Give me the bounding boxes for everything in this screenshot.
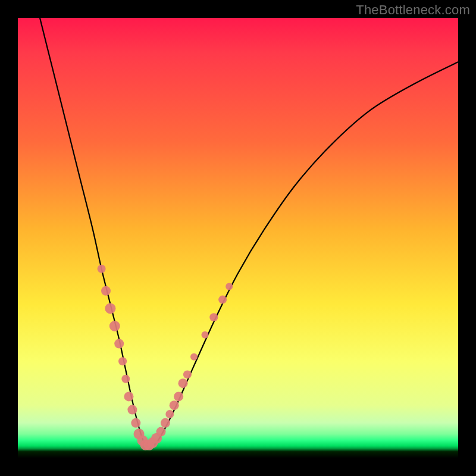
watermark-text: TheBottleneck.com (356, 2, 470, 18)
highlight-dot (174, 392, 183, 401)
highlight-dot (156, 427, 166, 437)
highlight-dot (114, 339, 124, 349)
highlight-dot (98, 265, 106, 273)
highlight-dot (105, 303, 115, 314)
highlight-dot (124, 392, 133, 401)
bottleneck-curve (40, 18, 458, 447)
highlight-dots (98, 265, 233, 450)
highlight-dot (209, 313, 218, 321)
highlight-dot (101, 286, 111, 296)
curve-layer (18, 18, 458, 458)
highlight-dot (218, 296, 227, 304)
highlight-dot (127, 405, 137, 415)
highlight-dot (109, 321, 120, 331)
highlight-dot (165, 410, 174, 418)
highlight-dot (118, 357, 127, 365)
highlight-dot (170, 400, 179, 410)
highlight-dot (121, 375, 130, 383)
highlight-dot (183, 370, 192, 378)
bottleneck-curve-path (40, 18, 458, 447)
chart-frame: TheBottleneck.com (0, 0, 476, 476)
highlight-dot (202, 331, 209, 339)
highlight-dot (226, 283, 233, 290)
highlight-dot (161, 418, 170, 428)
highlight-dot (178, 378, 188, 388)
highlight-dot (131, 418, 140, 428)
highlight-dot (190, 353, 198, 361)
plot-area (18, 18, 458, 458)
